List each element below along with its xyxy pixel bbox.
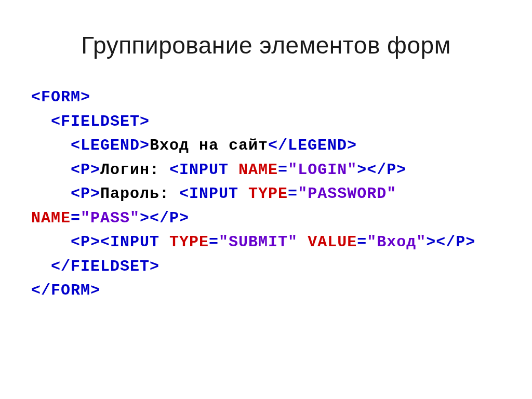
attr-name: NAME	[238, 161, 278, 179]
tag-fieldset-close: </FIELDSET>	[51, 258, 159, 275]
attr-type: TYPE	[248, 185, 288, 203]
text-legend: Вход на сайт	[150, 137, 268, 154]
attr-type: TYPE	[169, 233, 209, 251]
sp	[396, 185, 406, 203]
eq: =	[278, 161, 288, 179]
tag-input-close: >	[426, 233, 436, 251]
tag-p-close: </P>	[367, 161, 406, 179]
val-login: "LOGIN"	[288, 161, 357, 179]
val-password: "PASSWORD"	[298, 185, 396, 203]
tag-fieldset-open: <FIELDSET>	[51, 113, 150, 130]
eq: =	[357, 233, 367, 251]
tag-p-close: </P>	[150, 209, 189, 227]
text-password: Пароль:	[100, 185, 179, 203]
eq: =	[209, 233, 219, 251]
code-block: <FORM> <FIELDSET> <LEGEND>Вход на сайт</…	[31, 85, 501, 303]
sp	[298, 233, 308, 251]
tag-input-open: <INPUT	[100, 233, 169, 251]
val-pass: "PASS"	[81, 209, 140, 227]
tag-p-open: <P>	[71, 161, 100, 179]
val-submit: "SUBMIT"	[219, 233, 298, 251]
tag-form-close: </FORM>	[31, 282, 100, 299]
slide: Группирование элементов форм <FORM> <FIE…	[0, 31, 532, 399]
eq: =	[71, 209, 81, 227]
attr-name: NAME	[31, 209, 71, 227]
tag-input-open: <INPUT	[179, 185, 248, 203]
tag-legend-close: </LEGEND>	[268, 137, 357, 154]
tag-form-open: <FORM>	[31, 88, 90, 106]
eq: =	[288, 185, 298, 203]
tag-p-open: <P>	[71, 233, 100, 251]
tag-input-close: >	[357, 161, 367, 179]
text-login: Логин:	[100, 161, 169, 179]
tag-input-close: >	[140, 209, 150, 227]
tag-legend-open: <LEGEND>	[71, 137, 150, 154]
attr-value: VALUE	[308, 233, 357, 251]
slide-title: Группирование элементов форм	[31, 31, 501, 59]
tag-input-open: <INPUT	[169, 161, 238, 179]
tag-p-close: </P>	[436, 233, 475, 251]
val-vhod: "Вход"	[367, 233, 426, 251]
tag-p-open: <P>	[71, 185, 100, 203]
